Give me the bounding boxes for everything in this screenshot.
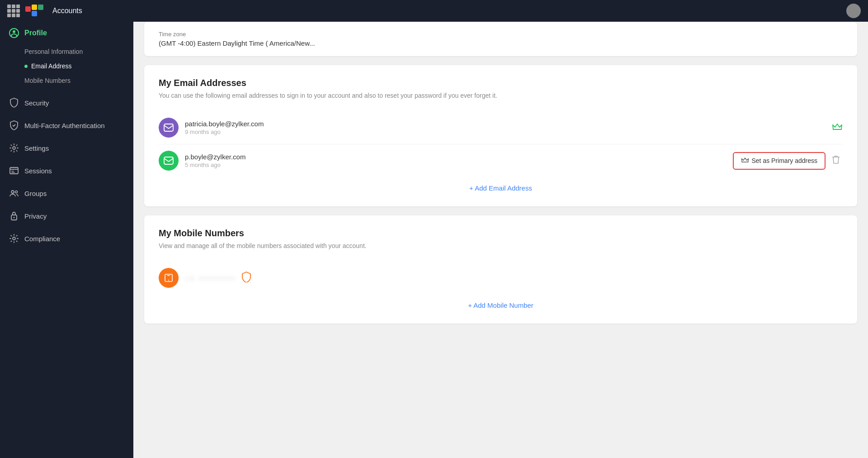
sidebar-item-settings[interactable]: Settings <box>0 137 133 159</box>
sidebar-item-groups-label: Groups <box>24 190 47 197</box>
sidebar-item-compliance-label: Compliance <box>24 235 60 243</box>
sidebar-item-compliance[interactable]: Compliance <box>0 227 133 250</box>
primary-crown-icon <box>832 122 843 134</box>
phone-number-blurred: +1 •••••••••• <box>185 274 236 282</box>
phone-shield-icon <box>241 272 251 285</box>
email-addresses-card: My Email Addresses You can use the follo… <box>144 65 857 206</box>
email-section-desc: You can use the following email addresse… <box>159 91 843 100</box>
main-content: Time zone (GMT -4:00) Eastern Daylight T… <box>133 22 868 458</box>
subnav-mobile-numbers[interactable]: Mobile Numbers <box>24 73 124 88</box>
add-email-link[interactable]: + Add Email Address <box>159 177 843 194</box>
mobile-section-desc: View and manage all of the mobile number… <box>159 241 843 251</box>
delete-email-button[interactable] <box>829 153 843 169</box>
svg-point-15 <box>168 280 169 281</box>
profile-subnav: Personal Information Email Address Mobil… <box>0 44 133 91</box>
timezone-label: Time zone <box>159 31 843 38</box>
svg-point-11 <box>14 217 15 218</box>
email-info-1: patricia.boyle@zylker.com 9 months ago <box>185 120 826 135</box>
subnav-email-label: Email Address <box>31 62 71 70</box>
email-section-title: My Email Addresses <box>159 78 843 88</box>
sidebar-item-privacy[interactable]: Privacy <box>0 205 133 227</box>
sidebar-item-mfa-label: Multi-Factor Authentication <box>24 122 105 129</box>
email-time-2: 5 months ago <box>185 162 733 168</box>
sessions-icon <box>9 166 19 176</box>
email-address-1: patricia.boyle@zylker.com <box>185 120 826 128</box>
set-primary-label: Set as Primary address <box>752 157 818 164</box>
sidebar-item-settings-label: Settings <box>24 144 49 152</box>
add-mobile-link[interactable]: + Add Mobile Number <box>159 294 843 311</box>
email-avatar-1 <box>159 118 179 138</box>
sidebar-item-mfa[interactable]: Multi-Factor Authentication <box>0 114 133 137</box>
app-logo <box>25 5 49 17</box>
sidebar: Profile Personal Information Email Addre… <box>0 0 133 458</box>
subnav-personal-info[interactable]: Personal Information <box>24 44 124 59</box>
mobile-numbers-card: My Mobile Numbers View and manage all of… <box>144 215 857 324</box>
sidebar-item-groups[interactable]: Groups <box>0 182 133 205</box>
phone-row: +1 •••••••••• <box>159 262 843 294</box>
svg-point-5 <box>13 30 15 33</box>
set-primary-crown-icon <box>741 157 749 165</box>
phone-avatar <box>159 268 179 288</box>
svg-point-9 <box>15 191 18 193</box>
subnav-email-address[interactable]: Email Address <box>24 59 124 73</box>
svg-rect-3 <box>32 11 37 16</box>
email-row-primary: patricia.boyle@zylker.com 9 months ago <box>159 111 843 144</box>
sidebar-item-sessions-label: Sessions <box>24 167 52 175</box>
privacy-icon <box>9 211 19 221</box>
security-icon <box>9 98 19 108</box>
user-avatar[interactable] <box>846 4 861 18</box>
set-primary-button[interactable]: Set as Primary address <box>733 152 826 170</box>
timezone-card: Time zone (GMT -4:00) Eastern Daylight T… <box>144 22 857 56</box>
email-avatar-2 <box>159 151 179 171</box>
topbar: Accounts <box>0 0 868 22</box>
subnav-personal-info-label: Personal Information <box>24 48 83 55</box>
sidebar-item-sessions[interactable]: Sessions <box>0 159 133 182</box>
subnav-mobile-label: Mobile Numbers <box>24 77 71 84</box>
email-address-2: p.boyle@zylker.com <box>185 153 733 161</box>
svg-point-8 <box>11 191 14 193</box>
svg-point-6 <box>13 147 15 149</box>
mfa-icon <box>9 120 19 130</box>
svg-point-12 <box>13 237 15 240</box>
svg-rect-2 <box>38 5 43 10</box>
sidebar-item-security[interactable]: Security <box>0 91 133 114</box>
svg-rect-0 <box>25 6 31 12</box>
timezone-value: (GMT -4:00) Eastern Daylight Time ( Amer… <box>159 39 843 47</box>
settings-icon <box>9 143 19 153</box>
email-info-2: p.boyle@zylker.com 5 months ago <box>185 153 733 168</box>
svg-rect-16 <box>167 275 170 276</box>
sidebar-item-profile[interactable]: Profile <box>0 22 133 44</box>
profile-icon <box>9 28 19 38</box>
svg-rect-13 <box>164 124 173 131</box>
active-dot <box>24 65 28 68</box>
grid-icon[interactable] <box>7 5 20 17</box>
email-time-1: 9 months ago <box>185 129 826 135</box>
sidebar-item-security-label: Security <box>24 99 49 107</box>
svg-rect-7 <box>10 167 18 174</box>
sidebar-item-privacy-label: Privacy <box>24 212 47 220</box>
groups-icon <box>9 188 19 198</box>
app-name: Accounts <box>52 7 82 15</box>
sidebar-item-profile-label: Profile <box>24 29 47 37</box>
mobile-section-title: My Mobile Numbers <box>159 228 843 239</box>
svg-rect-14 <box>164 157 173 164</box>
compliance-icon <box>9 234 19 243</box>
email-row-secondary: p.boyle@zylker.com 5 months ago Set as P… <box>159 144 843 177</box>
svg-rect-1 <box>32 5 37 10</box>
